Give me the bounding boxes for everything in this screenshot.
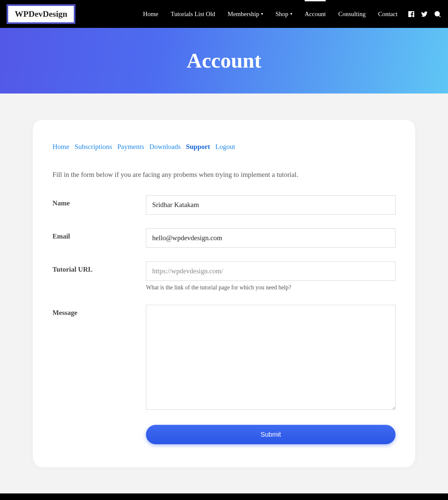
footer: Copyright © 2019 WPDevDesign.com — [0, 493, 448, 500]
twitter-icon[interactable] — [420, 10, 428, 18]
hero: Account — [0, 28, 448, 94]
intro-text: Fill in the form below if you are facing… — [52, 171, 396, 179]
page-title: Account — [187, 49, 261, 73]
email-input[interactable] — [146, 228, 396, 248]
tab-payments[interactable]: Payments — [117, 143, 144, 151]
field-row-name: Name — [52, 195, 396, 215]
logo[interactable]: WPDevDesign — [7, 4, 75, 24]
name-input[interactable] — [146, 195, 396, 215]
field-row-message: Message — [52, 305, 396, 411]
message-label: Message — [52, 305, 146, 317]
field-row-url: Tutorial URL What is the link of the tut… — [52, 261, 396, 291]
nav-membership-label: Membership — [228, 10, 259, 18]
svg-point-0 — [435, 11, 439, 16]
nav-contact[interactable]: Contact — [378, 0, 397, 28]
nav-home[interactable]: Home — [143, 0, 158, 28]
nav-tutorials[interactable]: Tutorials List Old — [171, 0, 215, 28]
name-label: Name — [52, 195, 146, 207]
account-tabs: Home Subscriptions Payments Downloads Su… — [52, 143, 396, 151]
nav-consulting[interactable]: Consulting — [338, 0, 365, 28]
nav-shop-label: Shop — [275, 10, 288, 18]
nav-membership[interactable]: Membership ▾ — [228, 0, 263, 28]
facebook-icon[interactable] — [407, 10, 415, 18]
support-form: Name Email Tutorial URL What is the link… — [52, 195, 396, 444]
search-icon[interactable] — [434, 10, 441, 18]
svg-line-1 — [439, 15, 440, 17]
submit-button[interactable]: Submit — [146, 425, 396, 444]
header-icons — [407, 10, 441, 18]
url-label: Tutorial URL — [52, 261, 146, 274]
tab-home[interactable]: Home — [52, 143, 69, 151]
submit-row: Submit — [146, 425, 396, 444]
message-input[interactable] — [146, 305, 396, 410]
content: Home Subscriptions Payments Downloads Su… — [0, 94, 448, 493]
url-input[interactable] — [146, 261, 396, 281]
header: WPDevDesign Home Tutorials List Old Memb… — [0, 0, 448, 28]
nav-account[interactable]: Account — [305, 0, 326, 28]
url-help: What is the link of the tutorial page fo… — [146, 284, 396, 291]
field-row-email: Email — [52, 228, 396, 248]
chevron-down-icon: ▾ — [290, 11, 292, 16]
tab-logout[interactable]: Logout — [215, 143, 235, 151]
main-nav: Home Tutorials List Old Membership ▾ Sho… — [143, 0, 397, 28]
tab-subscriptions[interactable]: Subscriptions — [74, 143, 112, 151]
tab-downloads[interactable]: Downloads — [149, 143, 181, 151]
chevron-down-icon: ▾ — [261, 11, 263, 16]
nav-shop[interactable]: Shop ▾ — [275, 0, 292, 28]
account-card: Home Subscriptions Payments Downloads Su… — [33, 120, 415, 467]
email-label: Email — [52, 228, 146, 240]
tab-support[interactable]: Support — [186, 143, 210, 151]
